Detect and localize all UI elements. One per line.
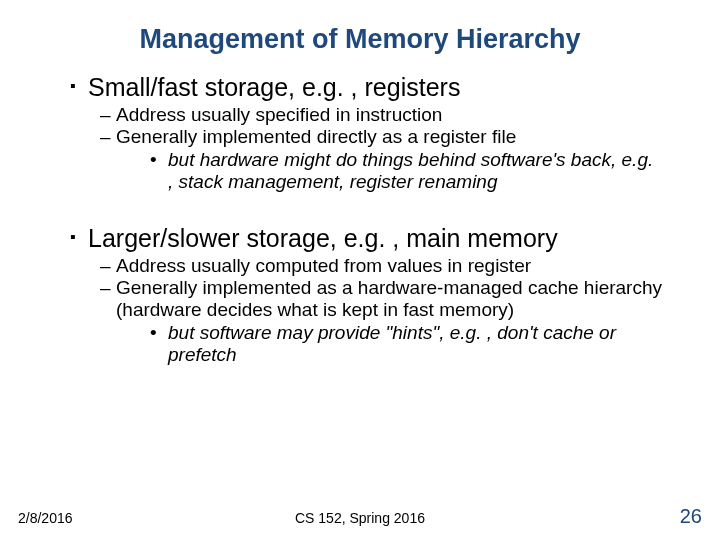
bullet-largerslower-address: Address usually computed from values in …: [100, 255, 680, 277]
bullet-largerslower-subnote: but software may provide "hints", e.g. ,…: [150, 322, 680, 367]
bullet-smallfast: Small/fast storage, e.g. , registers: [70, 73, 680, 102]
bullet-smallfast-subnote: but hardware might do things behind soft…: [150, 149, 680, 194]
bullet-smallfast-address: Address usually specified in instruction: [100, 104, 680, 126]
bullet-largerslower-cache: Generally implemented as a hardware-mana…: [100, 277, 680, 322]
slide-title: Management of Memory Hierarchy: [40, 24, 680, 55]
slide: Management of Memory Hierarchy Small/fas…: [0, 0, 720, 540]
bullet-largerslower: Larger/slower storage, e.g. , main memor…: [70, 224, 680, 253]
spacer: [40, 194, 680, 220]
footer-course: CS 152, Spring 2016: [0, 510, 720, 526]
footer-page-number: 26: [680, 505, 702, 528]
bullet-smallfast-regfile: Generally implemented directly as a regi…: [100, 126, 680, 148]
